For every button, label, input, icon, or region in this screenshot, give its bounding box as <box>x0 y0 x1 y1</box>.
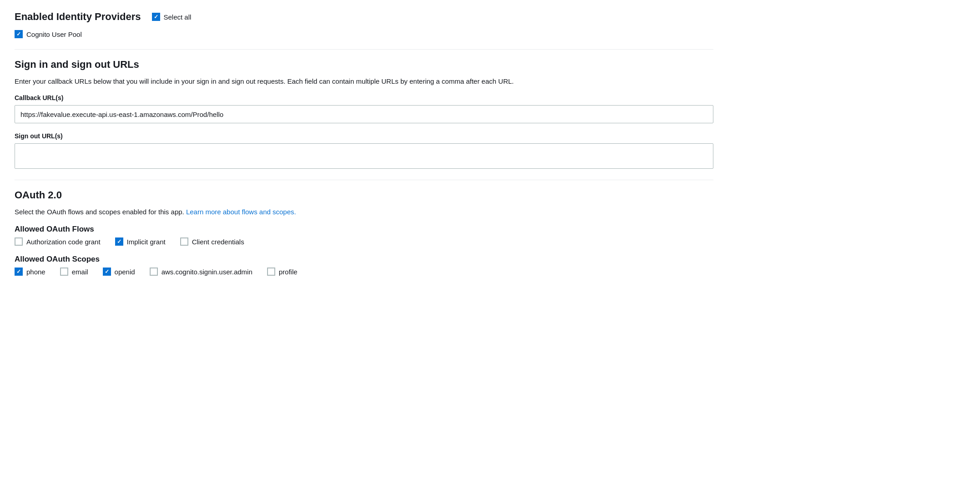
flow-auth-code-label[interactable]: Authorization code grant <box>15 237 101 246</box>
scope-email-text: email <box>72 268 88 276</box>
sign-in-out-section: Sign in and sign out URLs Enter your cal… <box>15 59 713 169</box>
callback-url-label: Callback URL(s) <box>15 94 713 101</box>
scope-openid-checkbox[interactable]: ✓ <box>103 268 111 276</box>
flow-auth-code-checkbox[interactable] <box>15 237 23 246</box>
flow-client-creds-checkbox[interactable] <box>180 237 188 246</box>
flow-implicit-checkbox[interactable]: ✓ <box>115 237 123 246</box>
sign-out-url-group: Sign out URL(s) <box>15 132 713 169</box>
oauth-description: Select the OAuth flows and scopes enable… <box>15 207 713 217</box>
sign-out-url-label: Sign out URL(s) <box>15 132 713 140</box>
flow-implicit-label[interactable]: ✓ Implicit grant <box>115 237 166 246</box>
scope-openid-label[interactable]: ✓ openid <box>103 268 135 276</box>
scope-openid-checkmark: ✓ <box>105 269 109 274</box>
select-all-label[interactable]: ✓ Select all <box>152 13 192 21</box>
cognito-user-pool-text: Cognito User Pool <box>26 30 82 38</box>
flow-auth-code-text: Authorization code grant <box>26 238 101 246</box>
scopes-row: ✓ phone email ✓ openid aws.cognito.signi… <box>15 268 713 276</box>
divider-1 <box>15 49 713 50</box>
sign-in-out-description: Enter your callback URLs below that you … <box>15 76 713 87</box>
scope-profile-checkbox[interactable] <box>267 268 275 276</box>
scope-phone-label[interactable]: ✓ phone <box>15 268 45 276</box>
scope-email-checkbox[interactable] <box>60 268 68 276</box>
select-all-text: Select all <box>164 13 192 21</box>
cognito-user-pool-checkbox[interactable]: ✓ <box>15 30 23 38</box>
flow-client-creds-text: Client credentials <box>192 238 244 246</box>
select-all-checkmark: ✓ <box>154 14 158 20</box>
cognito-user-pool-label[interactable]: ✓ Cognito User Pool <box>15 30 713 38</box>
oauth-description-static: Select the OAuth flows and scopes enable… <box>15 208 184 216</box>
callback-url-input[interactable] <box>15 105 713 123</box>
learn-more-link[interactable]: Learn more about flows and scopes. <box>186 208 296 216</box>
cognito-checkmark: ✓ <box>16 31 21 37</box>
scope-phone-checkmark: ✓ <box>16 269 21 274</box>
sign-in-out-title: Sign in and sign out URLs <box>15 59 713 71</box>
divider-2 <box>15 180 713 180</box>
scope-profile-text: profile <box>279 268 298 276</box>
allowed-flows-label: Allowed OAuth Flows <box>15 225 713 234</box>
oauth-section: OAuth 2.0 Select the OAuth flows and sco… <box>15 189 713 276</box>
flow-implicit-checkmark: ✓ <box>117 239 121 244</box>
scope-profile-label[interactable]: profile <box>267 268 298 276</box>
identity-providers-section: Enabled Identity Providers ✓ Select all … <box>15 11 713 38</box>
sign-out-url-input[interactable] <box>15 143 713 169</box>
allowed-scopes-group: Allowed OAuth Scopes ✓ phone email ✓ ope… <box>15 255 713 276</box>
scope-admin-checkbox[interactable] <box>150 268 158 276</box>
scope-email-label[interactable]: email <box>60 268 88 276</box>
flow-client-creds-label[interactable]: Client credentials <box>180 237 244 246</box>
oauth-title: OAuth 2.0 <box>15 189 713 201</box>
scope-admin-text: aws.cognito.signin.user.admin <box>162 268 253 276</box>
scope-phone-text: phone <box>26 268 45 276</box>
scope-phone-checkbox[interactable]: ✓ <box>15 268 23 276</box>
callback-url-group: Callback URL(s) <box>15 94 713 123</box>
allowed-scopes-label: Allowed OAuth Scopes <box>15 255 713 264</box>
flow-implicit-text: Implicit grant <box>127 238 166 246</box>
scope-openid-text: openid <box>115 268 135 276</box>
identity-providers-title: Enabled Identity Providers <box>15 11 141 23</box>
allowed-flows-group: Allowed OAuth Flows Authorization code g… <box>15 225 713 246</box>
flows-row: Authorization code grant ✓ Implicit gran… <box>15 237 713 246</box>
identity-providers-header: Enabled Identity Providers ✓ Select all <box>15 11 713 23</box>
scope-admin-label[interactable]: aws.cognito.signin.user.admin <box>150 268 253 276</box>
select-all-checkbox[interactable]: ✓ <box>152 13 160 21</box>
